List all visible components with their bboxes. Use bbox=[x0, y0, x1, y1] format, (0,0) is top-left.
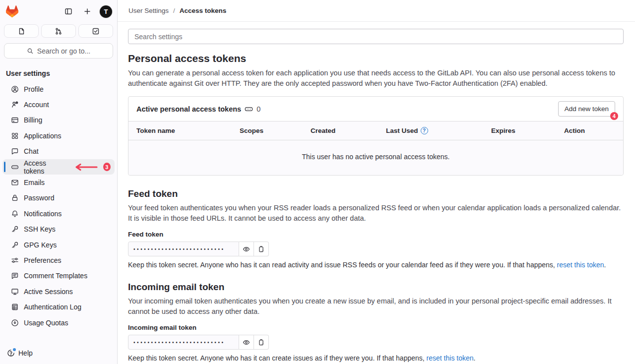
add-new-token-button[interactable]: Add new token 4 bbox=[558, 101, 615, 117]
log-icon bbox=[11, 303, 19, 311]
annotation-badge: 4 bbox=[610, 112, 618, 120]
sidebar-toggle-icon[interactable] bbox=[62, 5, 75, 18]
sidebar-item-label: Comment Templates bbox=[24, 272, 87, 280]
sidebar-item-preferences[interactable]: Preferences bbox=[2, 252, 115, 268]
reveal-email-token-button[interactable] bbox=[239, 335, 254, 350]
sidebar-item-password[interactable]: Password bbox=[2, 190, 115, 206]
key-icon bbox=[11, 241, 19, 249]
sidebar-item-label: Billing bbox=[24, 116, 42, 124]
feed-token-group: •••••••••••••••••••••••••• bbox=[128, 242, 624, 256]
main-area: User Settings / Access tokens Personal a… bbox=[118, 0, 635, 364]
help-notification-dot bbox=[13, 348, 16, 351]
help-label: Help bbox=[18, 349, 33, 357]
token-pill-icon bbox=[11, 163, 19, 171]
avatar[interactable]: T bbox=[100, 5, 112, 18]
merge-request-shortcut-button[interactable] bbox=[41, 24, 76, 38]
sidebar-item-chat[interactable]: Chat bbox=[2, 144, 115, 159]
last-used-help-icon[interactable]: ? bbox=[421, 127, 428, 134]
copy-email-token-button[interactable] bbox=[254, 335, 269, 350]
pat-description: You can generate a personal access token… bbox=[128, 68, 624, 88]
empty-state-message: This user has no active personal access … bbox=[128, 140, 623, 175]
col-last-used: Last Used ? bbox=[386, 127, 491, 134]
billing-icon bbox=[11, 116, 19, 124]
reset-feed-token-link[interactable]: reset this token bbox=[557, 261, 604, 269]
sidebar-item-label: Profile bbox=[24, 85, 44, 93]
sidebar-item-authentication-log[interactable]: Authentication Log bbox=[2, 299, 115, 314]
copy-feed-token-button[interactable] bbox=[254, 242, 269, 256]
issues-shortcut-button[interactable] bbox=[4, 24, 39, 38]
annotation-badge: 3 bbox=[103, 163, 111, 171]
col-action: Action bbox=[564, 127, 615, 134]
todo-shortcut-button[interactable] bbox=[78, 24, 113, 38]
sidebar-item-access-tokens[interactable]: Access tokens 3 bbox=[2, 159, 115, 175]
applications-icon bbox=[11, 132, 19, 140]
settings-search-input[interactable] bbox=[128, 29, 624, 44]
page-title: Personal access tokens bbox=[128, 53, 624, 64]
issues-icon bbox=[17, 27, 25, 35]
todo-icon bbox=[92, 27, 100, 35]
feed-token-note: Keep this token secret. Anyone who has i… bbox=[128, 261, 624, 269]
eye-icon bbox=[243, 339, 250, 346]
sidebar-item-label: Notifications bbox=[24, 210, 62, 218]
sidebar-item-label: Preferences bbox=[24, 256, 61, 264]
feed-token-field[interactable]: •••••••••••••••••••••••••• bbox=[128, 242, 239, 256]
sliders-icon bbox=[11, 256, 19, 264]
sidebar-item-comment-templates[interactable]: Comment Templates bbox=[2, 268, 115, 284]
masked-token-value: •••••••••••••••••••••••••• bbox=[133, 340, 225, 345]
incoming-email-token-label: Incoming email token bbox=[128, 324, 624, 331]
sidebar-item-label: Account bbox=[24, 101, 49, 109]
masked-token-value: •••••••••••••••••••••••••• bbox=[133, 246, 225, 252]
sidebar-item-billing[interactable]: Billing bbox=[2, 113, 115, 128]
sidebar-item-label: Authentication Log bbox=[24, 303, 81, 311]
sidebar-item-account[interactable]: Account bbox=[2, 97, 115, 112]
tokens-table-header: Token name Scopes Created Last Used ? Ex… bbox=[128, 121, 623, 140]
gitlab-logo-icon[interactable] bbox=[6, 5, 18, 17]
copy-icon bbox=[257, 339, 265, 346]
card-title: Active personal access tokens 0 bbox=[136, 105, 260, 113]
sidebar-item-notifications[interactable]: Notifications bbox=[2, 206, 115, 221]
copy-icon bbox=[257, 245, 265, 253]
sidebar-item-label: Access tokens bbox=[24, 159, 64, 175]
incoming-email-token-group: •••••••••••••••••••••••••• bbox=[128, 335, 624, 350]
sidebar-item-label: GPG Keys bbox=[24, 241, 57, 249]
reveal-feed-token-button[interactable] bbox=[239, 242, 254, 256]
sidebar-item-applications[interactable]: Applications bbox=[2, 128, 115, 143]
help-icon bbox=[7, 349, 15, 357]
sidebar-item-gpg-keys[interactable]: GPG Keys bbox=[2, 237, 115, 252]
sidebar: T Search or go to... User settings Profi… bbox=[0, 0, 118, 364]
plus-icon[interactable] bbox=[81, 5, 94, 18]
sidebar-item-emails[interactable]: Emails bbox=[2, 175, 115, 190]
col-scopes: Scopes bbox=[240, 127, 311, 134]
incoming-email-token-field[interactable]: •••••••••••••••••••••••••• bbox=[128, 335, 239, 350]
sidebar-item-active-sessions[interactable]: Active Sessions bbox=[2, 284, 115, 299]
feed-token-label: Feed token bbox=[128, 231, 624, 238]
sidebar-item-usage-quotas[interactable]: Usage Quotas bbox=[2, 315, 115, 330]
sidebar-item-profile[interactable]: Profile bbox=[2, 81, 115, 97]
sidebar-nav: Profile Account Billing Applications Cha… bbox=[0, 81, 117, 343]
lock-icon bbox=[11, 194, 19, 202]
col-created: Created bbox=[311, 127, 386, 134]
sidebar-item-label: Password bbox=[24, 194, 54, 202]
profile-icon bbox=[11, 85, 19, 93]
incoming-email-token-note: Keep this token secret. Anyone who has i… bbox=[128, 354, 624, 362]
sidebar-item-label: Usage Quotas bbox=[24, 319, 68, 327]
sidebar-item-ssh-keys[interactable]: SSH Keys bbox=[2, 222, 115, 237]
help-button[interactable]: Help bbox=[0, 343, 117, 364]
eye-icon bbox=[243, 245, 250, 253]
active-tokens-card: Active personal access tokens 0 Add new … bbox=[128, 96, 624, 176]
breadcrumb-parent[interactable]: User Settings bbox=[128, 7, 169, 14]
annotation-arrow-icon bbox=[72, 163, 98, 171]
token-pill-icon bbox=[245, 106, 253, 113]
app-window: T Search or go to... User settings Profi… bbox=[0, 0, 635, 364]
monitor-icon bbox=[11, 288, 19, 296]
search-or-goto-label: Search or go to... bbox=[37, 47, 90, 55]
col-expires: Expires bbox=[491, 127, 564, 134]
sidebar-item-label: Chat bbox=[24, 147, 39, 155]
reset-email-token-link[interactable]: reset this token bbox=[427, 354, 474, 362]
search-or-goto-button[interactable]: Search or go to... bbox=[4, 43, 113, 59]
card-title-text: Active personal access tokens bbox=[136, 105, 241, 113]
active-indicator bbox=[4, 162, 5, 172]
breadcrumb-current: Access tokens bbox=[180, 7, 227, 14]
bell-icon bbox=[11, 210, 19, 218]
merge-request-icon bbox=[55, 27, 63, 35]
